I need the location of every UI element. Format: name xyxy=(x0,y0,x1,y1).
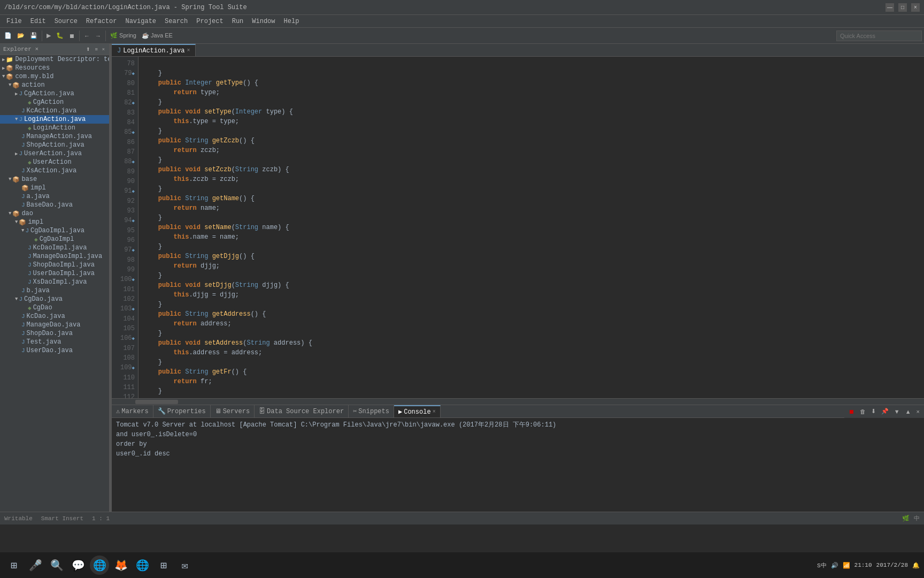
toolbar-spring[interactable]: 🌿 Spring xyxy=(108,31,138,40)
taskbar-chrome[interactable]: 🌐 xyxy=(90,556,109,575)
line-num: 85◆ xyxy=(115,127,135,138)
taskbar-firefox[interactable]: 🦊 xyxy=(111,556,130,575)
console-minimize-btn[interactable]: ▼ xyxy=(892,407,902,416)
tree-cgdao-java[interactable]: ▼ J CgDao.java xyxy=(0,295,109,303)
tree-basedao-java[interactable]: J BaseDao.java xyxy=(0,201,109,209)
toolbar-run[interactable]: ▶ xyxy=(44,31,53,40)
tree-managedaoimpl-java[interactable]: J ManageDaoImpl.java xyxy=(0,252,109,261)
tree-cgdaoimpl-java[interactable]: ▼ J CgDaoImpl.java xyxy=(0,226,109,235)
tree-impl[interactable]: 📦 impl xyxy=(0,184,109,192)
console-pin-btn[interactable]: 📌 xyxy=(879,407,891,416)
tree-dao[interactable]: ▼ 📦 dao xyxy=(0,209,109,218)
taskbar-start[interactable]: ⊞ xyxy=(4,556,24,575)
tab-servers[interactable]: 🖥 Servers xyxy=(211,405,255,417)
tree-kcdao-java[interactable]: J KcDao.java xyxy=(0,312,109,321)
menu-help[interactable]: Help xyxy=(280,17,304,26)
sidebar-collapse[interactable]: ⬆ xyxy=(85,47,91,52)
tree-action[interactable]: ▼ 📦 action xyxy=(0,81,109,89)
code-editor[interactable]: 78 79◆ 80 81 82◆ 83 84 85◆ 86 87 88◆ 89 … xyxy=(112,57,924,398)
tree-useraction-class[interactable]: ◆ UserAction xyxy=(0,158,109,166)
menu-window[interactable]: Window xyxy=(248,17,279,26)
code-content[interactable]: } public Integer getType() { return type… xyxy=(138,57,924,398)
toolbar-open[interactable]: 📂 xyxy=(15,31,27,40)
tree-cgaction-class[interactable]: ◆ CgAction xyxy=(0,98,109,107)
sidebar-close[interactable]: × xyxy=(101,47,106,52)
tree-a-java[interactable]: J a.java xyxy=(0,192,109,201)
sound-icon[interactable]: 🔊 xyxy=(831,562,838,569)
taskbar-ie[interactable]: 🌐 xyxy=(133,556,152,575)
tree-dao-impl[interactable]: ▼ 📦 impl xyxy=(0,218,109,226)
tree-xsaction-java[interactable]: J XsAction.java xyxy=(0,166,109,175)
taskbar-windows-store[interactable]: ⊞ xyxy=(154,556,173,575)
tree-resources[interactable]: ▶ 📦 Resources xyxy=(0,64,109,72)
console-maximize-btn[interactable]: ▲ xyxy=(903,407,913,416)
toolbar-back[interactable]: ← xyxy=(82,32,92,40)
java-icon: J xyxy=(28,270,32,277)
toolbar-new[interactable]: 📄 xyxy=(2,31,14,40)
maximize-button[interactable]: □ xyxy=(898,3,907,12)
toolbar-debug[interactable]: 🐛 xyxy=(54,31,66,40)
tree-kcdaoimpl-java[interactable]: J KcDaoImpl.java xyxy=(0,244,109,252)
horizontal-scrollbar[interactable] xyxy=(112,398,924,405)
menu-search[interactable]: Search xyxy=(160,17,192,26)
toolbar-save[interactable]: 💾 xyxy=(28,31,40,40)
close-button[interactable]: × xyxy=(911,3,920,12)
tree-b-java[interactable]: J b.java xyxy=(0,286,109,295)
tree-deployment[interactable]: ▶ 📁 Deployment Descriptor: testssh2 xyxy=(0,55,109,64)
tab-console[interactable]: ▶ Console × xyxy=(394,405,441,417)
tree-userdaoimpl-java[interactable]: J UserDaoImpl.java xyxy=(0,269,109,278)
menu-run[interactable]: Run xyxy=(228,17,248,26)
menu-edit[interactable]: Edit xyxy=(26,17,50,26)
quick-access-input[interactable] xyxy=(836,31,922,41)
h-scroll-thumb[interactable] xyxy=(135,400,178,404)
tree-base[interactable]: ▼ 📦 base xyxy=(0,175,109,184)
console-content: Tomcat v7.0 Server at localhost [Apache … xyxy=(112,418,924,512)
tree-useraction-java[interactable]: ▶ J UserAction.java xyxy=(0,149,109,158)
tree-xsdaoimpl-java[interactable]: J XsDaoImpl.java xyxy=(0,278,109,286)
toolbar-java[interactable]: ☕ Java EE xyxy=(140,31,175,40)
tree-cgdao-class[interactable]: ◆ CgDao xyxy=(0,303,109,312)
minimize-button[interactable]: — xyxy=(886,3,894,12)
tree-loginaction-java[interactable]: ▼ J LoginAction.java xyxy=(0,115,109,124)
taskbar-chat[interactable]: 💬 xyxy=(68,556,88,575)
menu-source[interactable]: Source xyxy=(50,17,82,26)
tree-cgdaoimpl-class[interactable]: ◆ CgDaoImpl xyxy=(0,235,109,244)
tree-loginaction-class[interactable]: ◆ LoginAction xyxy=(0,124,109,132)
tab-loginaction[interactable]: J LoginAction.java × xyxy=(112,44,196,56)
menu-project[interactable]: Project xyxy=(192,17,227,26)
menu-refactor[interactable]: Refactor xyxy=(82,17,121,26)
tab-snippets[interactable]: ✂ Snippets xyxy=(349,405,394,417)
menu-navigate[interactable]: Navigate xyxy=(121,17,160,26)
tree-shopdaoimpl-java[interactable]: J ShopDaoImpl.java xyxy=(0,261,109,269)
console-clear-btn[interactable]: 🗑 xyxy=(858,407,868,416)
console-stop-btn[interactable]: ⏹ xyxy=(846,407,857,416)
taskbar-mic[interactable]: 🎤 xyxy=(26,556,45,575)
toolbar-forward[interactable]: → xyxy=(93,32,103,40)
console-scroll-btn[interactable]: ⬇ xyxy=(869,407,878,416)
tree-userdao-java[interactable]: J UserDao.java xyxy=(0,346,109,355)
tab-properties[interactable]: 🔧 Properties xyxy=(153,405,211,417)
class-icon: ◆ xyxy=(34,236,38,243)
tab-datasource-explorer[interactable]: 🗄 Data Source Explorer xyxy=(255,405,349,417)
tree-managedao-java[interactable]: J ManageDao.java xyxy=(0,321,109,329)
tree-kcaction-java[interactable]: J KcAction.java xyxy=(0,107,109,115)
console-tab-close[interactable]: × xyxy=(433,409,436,415)
tree-label: XsDaoImpl.java xyxy=(33,278,87,286)
network-icon[interactable]: 📶 xyxy=(843,562,850,569)
tree-test-java[interactable]: J Test.java xyxy=(0,338,109,346)
tab-markers[interactable]: ⚠ Markers xyxy=(112,405,153,417)
java-icon: J xyxy=(21,322,25,328)
toolbar-stop[interactable]: ⏹ xyxy=(67,32,77,40)
tree-cgaction-java[interactable]: ▶ J CgAction.java xyxy=(0,89,109,98)
tree-shopdao-java[interactable]: J ShopDao.java xyxy=(0,329,109,338)
sidebar-menu[interactable]: ≡ xyxy=(94,47,98,52)
notification-icon[interactable]: 🔔 xyxy=(912,562,920,569)
tab-close-icon[interactable]: × xyxy=(187,48,190,54)
tree-manageaction-java[interactable]: J ManageAction.java xyxy=(0,132,109,141)
tree-shopaction-java[interactable]: J ShopAction.java xyxy=(0,141,109,149)
taskbar-search[interactable]: 🔍 xyxy=(47,556,66,575)
menu-file[interactable]: File xyxy=(2,17,26,26)
console-close-btn[interactable]: × xyxy=(914,407,922,416)
tree-com-my-bld[interactable]: ▼ 📦 com.my.bld xyxy=(0,72,109,81)
taskbar-mail[interactable]: ✉ xyxy=(175,556,195,575)
